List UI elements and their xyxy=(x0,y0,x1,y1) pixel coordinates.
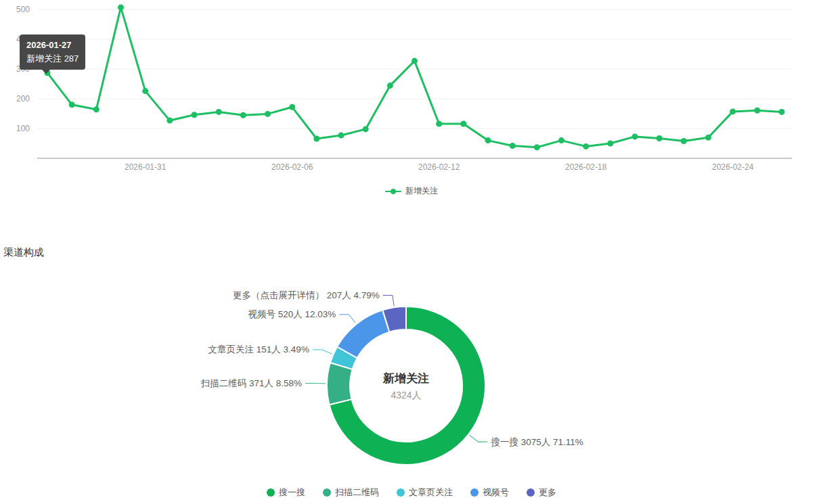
section-title-channel-composition: 渠道构成 xyxy=(3,246,823,259)
data-point[interactable] xyxy=(313,136,319,142)
x-axis-tick-label: 2026-02-24 xyxy=(712,162,754,172)
data-point[interactable] xyxy=(216,109,222,115)
y-axis-tick-label: 500 xyxy=(16,5,30,14)
data-point[interactable] xyxy=(289,104,295,110)
donut-legend-item-3[interactable]: 视频号 xyxy=(470,486,509,499)
donut-legend-item-0[interactable]: 搜一搜 xyxy=(267,486,305,499)
donut-legend-label: 扫描二维码 xyxy=(335,486,379,499)
new-followers-trend-chart: 1002003004005002026-01-312026-02-062026-… xyxy=(0,0,823,203)
tooltip-value: 287 xyxy=(64,53,79,64)
data-point[interactable] xyxy=(632,133,638,139)
legend-dot-icon xyxy=(470,488,479,497)
donut-chart-legend: 搜一搜扫描二维码文章页关注视频号更多 xyxy=(0,486,823,499)
data-point[interactable] xyxy=(142,88,148,94)
pie-callout-label-1: 扫描二维码 371人 8.58% xyxy=(200,378,302,388)
data-point[interactable] xyxy=(118,4,124,10)
line-legend-label: 新增关注 xyxy=(405,185,438,197)
line-chart-canvas[interactable]: 1002003004005002026-01-312026-02-062026-… xyxy=(0,0,823,176)
data-point[interactable] xyxy=(166,118,173,124)
data-point[interactable] xyxy=(93,106,99,112)
pie-label-line xyxy=(339,315,355,323)
donut-legend-item-2[interactable]: 文章页关注 xyxy=(397,486,453,499)
data-point[interactable] xyxy=(534,144,540,150)
donut-legend-item-4[interactable]: 更多 xyxy=(527,486,556,499)
data-point[interactable] xyxy=(705,135,711,141)
data-point[interactable] xyxy=(681,138,687,144)
data-point[interactable] xyxy=(583,143,589,150)
pie-label-line xyxy=(470,435,488,442)
pie-label-line xyxy=(313,350,332,354)
donut-center-title: 新增关注 xyxy=(382,371,429,385)
legend-dot-icon xyxy=(267,488,275,497)
data-point[interactable] xyxy=(412,58,418,64)
chart-tooltip: 2026-01-27 新增关注 287 xyxy=(20,35,85,70)
tooltip-date: 2026-01-27 xyxy=(26,39,79,52)
donut-legend-label: 搜一搜 xyxy=(279,486,305,499)
y-axis-tick-label: 100 xyxy=(16,124,30,133)
data-point[interactable] xyxy=(387,83,393,89)
data-point[interactable] xyxy=(69,101,75,108)
legend-dot-icon xyxy=(323,488,331,497)
line-series xyxy=(47,7,782,147)
data-point[interactable] xyxy=(338,133,344,139)
data-point[interactable] xyxy=(657,135,663,141)
x-axis-tick-label: 2026-02-12 xyxy=(418,162,460,172)
pie-callout-label-4[interactable]: 更多（点击展开详情） 207人 4.79% xyxy=(233,290,380,300)
donut-chart-canvas[interactable]: 搜一搜 3075人 71.11%扫描二维码 371人 8.58%文章页关注 15… xyxy=(0,266,823,477)
tooltip-value-row: 新增关注 287 xyxy=(26,52,79,66)
data-point[interactable] xyxy=(607,141,613,147)
pie-callout-label-3: 视频号 520人 12.03% xyxy=(248,309,336,319)
data-point[interactable] xyxy=(754,108,760,114)
data-point[interactable] xyxy=(779,109,785,115)
pie-slice-1[interactable] xyxy=(327,363,353,405)
legend-dot-icon xyxy=(397,488,405,497)
pie-label-line xyxy=(383,296,394,306)
pie-callout-label-2: 文章页关注 151人 3.49% xyxy=(208,344,309,354)
data-point[interactable] xyxy=(558,137,564,143)
data-point[interactable] xyxy=(265,111,271,117)
x-axis-tick-label: 2026-02-06 xyxy=(271,162,313,172)
donut-legend-item-1[interactable]: 扫描二维码 xyxy=(323,486,379,499)
x-axis-tick-label: 2026-01-31 xyxy=(125,162,166,172)
donut-legend-label: 视频号 xyxy=(483,486,509,499)
data-point[interactable] xyxy=(510,143,516,149)
tooltip-series-label: 新增关注 xyxy=(26,53,62,64)
data-point[interactable] xyxy=(485,137,491,143)
data-point[interactable] xyxy=(730,108,736,114)
line-chart-legend-item[interactable]: 新增关注 xyxy=(0,185,823,197)
data-point[interactable] xyxy=(460,121,466,127)
legend-dot-icon xyxy=(527,488,535,497)
donut-center-total: 4324人 xyxy=(391,390,421,400)
y-axis-tick-label: 200 xyxy=(16,94,30,104)
channel-donut-chart: 搜一搜 3075人 71.11%扫描二维码 371人 8.58%文章页关注 15… xyxy=(0,266,823,499)
data-point[interactable] xyxy=(240,112,246,118)
x-axis-tick-label: 2026-02-18 xyxy=(565,162,607,172)
pie-callout-label-0: 搜一搜 3075人 71.11% xyxy=(490,437,583,447)
pie-slice-3[interactable] xyxy=(337,310,389,358)
line-legend-marker-icon xyxy=(385,191,401,192)
data-point[interactable] xyxy=(363,126,369,132)
data-point[interactable] xyxy=(436,121,442,127)
donut-legend-label: 更多 xyxy=(539,486,556,499)
donut-legend-label: 文章页关注 xyxy=(409,486,453,499)
data-point[interactable] xyxy=(192,112,198,118)
